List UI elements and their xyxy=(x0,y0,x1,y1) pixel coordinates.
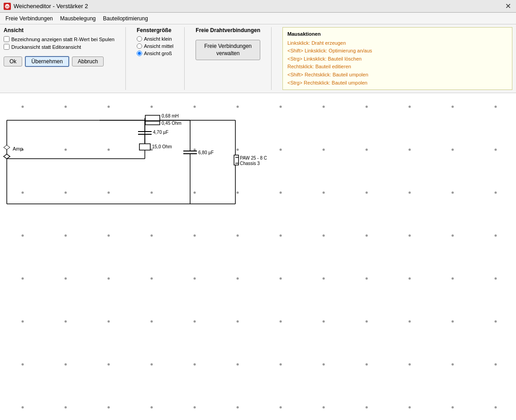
checkbox-bezeichnung[interactable] xyxy=(4,36,10,42)
toolbar: Ansicht Bezeichnung anzeigen statt R-Wer… xyxy=(0,24,516,93)
checkbox-druckansicht-row: Druckansicht statt Editoransicht xyxy=(4,44,115,50)
canvas-area[interactable]: Amp 0,68 mH 0,45 Ohm 4,70 µF 15,0 Ohm 6,… xyxy=(0,93,516,420)
fenstergroesse-title: Fenstergröße xyxy=(137,27,173,33)
mausaktionen-title: Mausaktionen xyxy=(287,30,507,38)
checkbox-bezeichnung-row: Bezeichnung anzeigen statt R-Wert bei Sp… xyxy=(4,36,115,42)
ok-button[interactable]: Ok xyxy=(4,57,22,66)
freie-draht-section: Freie Drahtverbindungen Freie Verbindung… xyxy=(196,27,260,60)
radio-mittel-row: Ansicht mittel xyxy=(137,43,173,49)
radio-klein-label: Ansicht klein xyxy=(144,36,172,42)
radio-klein-row: Ansicht klein xyxy=(137,36,173,42)
freie-draht-title: Freie Drahtverbindungen xyxy=(196,27,260,33)
checkbox-druckansicht-label: Druckansicht statt Editoransicht xyxy=(11,44,81,50)
abbruch-button[interactable]: Abbruch xyxy=(72,57,104,66)
maus-line-4: <Shift> Rechtsklick: Bauteil umpolen xyxy=(287,71,507,79)
titlebar: W Weicheneditor - Verstärker 2 ✕ xyxy=(0,0,516,13)
menu-bauteiloptimierung[interactable]: Bauteiloptimierung xyxy=(99,14,151,23)
maus-line-3: Rechtsklick: Bauteil editieren xyxy=(287,63,507,71)
maus-line-2: <Strg> Linksklick: Bauteil löschen xyxy=(287,55,507,63)
ansicht-title: Ansicht xyxy=(4,27,115,33)
menu-freie-verbindungen[interactable]: Freie Verbindungen xyxy=(2,14,57,23)
maus-line-0: Linksklick: Draht erzeugen xyxy=(287,39,507,47)
titlebar-title: Weicheneditor - Verstärker 2 xyxy=(14,3,88,9)
fenstergroesse-section: Fenstergröße Ansicht klein Ansicht mitte… xyxy=(137,27,173,56)
grid-canvas xyxy=(0,93,516,420)
titlebar-left: W Weicheneditor - Verstärker 2 xyxy=(4,3,88,10)
radio-gross[interactable] xyxy=(137,51,142,56)
radio-mittel-label: Ansicht mittel xyxy=(144,43,173,49)
maus-line-1: <Shift> Linksklick: Optimierung an/aus xyxy=(287,47,507,55)
radio-klein[interactable] xyxy=(137,36,142,42)
divider-1 xyxy=(125,27,126,90)
checkbox-bezeichnung-label: Bezeichnung anzeigen statt R-Wert bei Sp… xyxy=(11,37,115,42)
divider-2 xyxy=(184,27,185,90)
menubar: Freie Verbindungen Mausbelegung Bauteilo… xyxy=(0,13,516,24)
maus-line-5: <Strg> Rechtsklick: Bauteil umpolen xyxy=(287,79,507,87)
uebernehmen-button[interactable]: Übernehmen xyxy=(25,56,69,67)
freie-verbindungen-button[interactable]: Freie Verbindungen verwalten xyxy=(196,40,260,60)
radio-mittel[interactable] xyxy=(137,43,142,49)
radio-gross-label: Ansicht groß xyxy=(144,51,172,56)
mausaktionen-section: Mausaktionen Linksklick: Draht erzeugen … xyxy=(282,27,512,90)
app-icon: W xyxy=(4,3,11,10)
checkbox-druckansicht[interactable] xyxy=(4,44,10,50)
svg-text:W: W xyxy=(5,5,9,9)
divider-3 xyxy=(271,27,272,90)
close-button[interactable]: ✕ xyxy=(503,2,512,11)
menu-mausbelegung[interactable]: Mausbelegung xyxy=(57,14,100,23)
radio-gross-row: Ansicht groß xyxy=(137,51,173,56)
ansicht-section: Ansicht Bezeichnung anzeigen statt R-Wer… xyxy=(4,27,115,67)
action-buttons: Ok Übernehmen Abbruch xyxy=(4,56,115,67)
